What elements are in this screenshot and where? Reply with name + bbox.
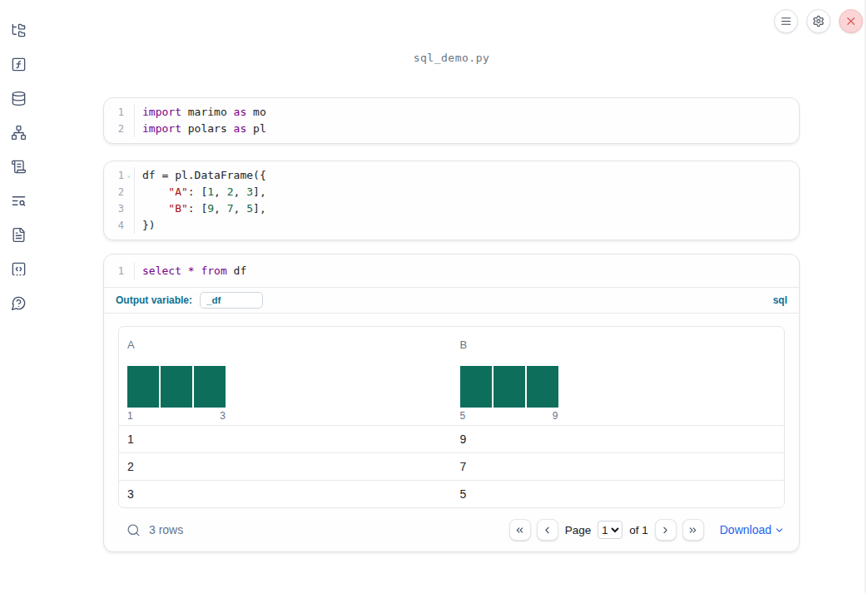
chevron-left-icon: [542, 525, 553, 536]
table-row[interactable]: 19: [119, 425, 784, 452]
sidebar-item-documentation[interactable]: [8, 225, 28, 245]
notebook-main: sql_demo.py 1import marimo as mo2import …: [103, 0, 800, 552]
fold-spacer: [124, 121, 134, 137]
table-cell: 9: [452, 432, 785, 446]
sql-language-badge: sql: [773, 294, 787, 306]
code-cell-imports[interactable]: 1import marimo as mo2import polars as pl: [103, 97, 800, 144]
database-icon: [11, 91, 27, 106]
line-gutter: 1: [104, 263, 134, 279]
code-line[interactable]: 1import marimo as mo: [104, 104, 799, 121]
line-gutter: 1: [104, 104, 134, 121]
sidebar-item-dependency-graph[interactable]: [8, 122, 28, 142]
table-row[interactable]: 27: [119, 452, 784, 480]
histogram-min-label: 1: [127, 410, 133, 422]
code-line[interactable]: 3 "B": [9, 7, 5],: [104, 200, 799, 217]
code-line[interactable]: 4}): [104, 217, 799, 234]
code-text: }): [134, 217, 799, 234]
download-label: Download: [720, 523, 771, 536]
gear-icon: [812, 15, 825, 27]
code-line[interactable]: 1select * from df: [104, 263, 799, 279]
sidebar-item-help[interactable]: [8, 293, 28, 313]
line-number: 1: [104, 104, 124, 121]
histogram-bar[interactable]: [460, 366, 492, 408]
table-header: A13B59: [119, 327, 784, 425]
code-cell-dataframe[interactable]: 1⌄df = pl.DataFrame({2 "A": [1, 2, 3],3 …: [103, 161, 800, 240]
column-name[interactable]: A: [127, 339, 135, 351]
line-gutter: 3: [104, 200, 134, 217]
line-number: 3: [104, 200, 124, 217]
code-snippet-icon: [11, 261, 27, 277]
last-page-button[interactable]: [682, 519, 704, 541]
sidebar-item-logs[interactable]: [8, 190, 28, 210]
histogram-bar[interactable]: [194, 366, 226, 408]
sidebar-item-snippets[interactable]: [8, 259, 28, 279]
dataframe-table: A13B59 192735: [118, 326, 785, 508]
table-cell: 7: [452, 460, 785, 473]
sql-editor[interactable]: 1select * from df: [104, 254, 799, 287]
notebook-filename[interactable]: sql_demo.py: [103, 52, 800, 64]
fold-spacer: [124, 184, 134, 200]
column-name[interactable]: B: [460, 339, 468, 351]
histogram-min-label: 5: [460, 410, 466, 422]
shutdown-button[interactable]: [839, 9, 863, 33]
sidebar-item-file-explorer[interactable]: [8, 20, 28, 40]
sidebar-item-variables[interactable]: [8, 54, 28, 74]
line-number: 1: [104, 263, 124, 279]
previous-page-button[interactable]: [537, 519, 558, 541]
network-icon: [11, 125, 27, 141]
search-icon[interactable]: [126, 523, 141, 537]
chevrons-left-icon: [514, 525, 525, 536]
code-line[interactable]: 2import polars as pl: [104, 121, 799, 137]
close-x-icon: [845, 15, 857, 27]
page-of-label: of 1: [629, 524, 648, 536]
marimo-app: sql_demo.py 1import marimo as mo2import …: [0, 0, 868, 593]
scrollbar-track[interactable]: [865, 0, 866, 593]
sidebar: [0, 0, 37, 593]
column-histogram: [127, 366, 452, 408]
first-page-button[interactable]: [509, 519, 531, 541]
row-count: 3 rows: [149, 523, 183, 536]
next-page-button[interactable]: [655, 519, 677, 541]
page-label: Page: [565, 524, 592, 536]
fold-spacer: [124, 217, 134, 234]
text-search-icon: [11, 193, 27, 209]
fold-chevron-icon[interactable]: ⌄: [124, 167, 134, 184]
histogram-max-label: 9: [553, 410, 558, 422]
line-number: 2: [104, 121, 124, 137]
code-text: select * from df: [134, 263, 799, 279]
line-number: 2: [104, 184, 124, 200]
chevrons-right-icon: [687, 525, 698, 536]
page-select[interactable]: 1: [598, 521, 622, 539]
sidebar-item-scratchpad[interactable]: [8, 156, 28, 176]
line-number: 1: [104, 167, 124, 184]
sql-cell: 1select * from df Output variable: sql A…: [103, 254, 800, 552]
histogram-bar[interactable]: [494, 366, 525, 408]
histogram-bar[interactable]: [161, 366, 192, 408]
sidebar-item-data-sources[interactable]: [8, 88, 28, 108]
table-row[interactable]: 35: [119, 480, 784, 507]
settings-button[interactable]: [806, 9, 831, 33]
histogram-bar[interactable]: [127, 366, 159, 408]
table-cell: 1: [119, 432, 452, 446]
sql-cell-toolbar: Output variable: sql: [104, 287, 799, 313]
folder-tree-icon: [11, 22, 27, 38]
table-cell: 5: [452, 487, 785, 501]
chevron-down-icon: [774, 525, 785, 536]
code-line[interactable]: 1⌄df = pl.DataFrame({: [104, 167, 799, 184]
line-number: 4: [104, 217, 124, 234]
histogram-bar[interactable]: [527, 366, 558, 408]
column-histogram: [460, 366, 785, 408]
fold-spacer: [124, 104, 134, 121]
fold-spacer: [124, 263, 134, 279]
code-text: df = pl.DataFrame({: [134, 167, 799, 184]
download-button[interactable]: Download: [720, 523, 785, 536]
output-variable-input[interactable]: [200, 292, 263, 309]
histogram-axis-labels: 59: [460, 410, 558, 422]
output-variable-label: Output variable:: [116, 294, 192, 306]
sql-output-area: A13B59 192735 3 rows: [104, 313, 799, 551]
code-line[interactable]: 2 "A": [1, 2, 3],: [104, 184, 799, 200]
function-square-icon: [11, 57, 27, 72]
code-text: import marimo as mo: [134, 104, 799, 121]
line-gutter: 2: [104, 184, 134, 200]
file-text-icon: [11, 227, 27, 243]
